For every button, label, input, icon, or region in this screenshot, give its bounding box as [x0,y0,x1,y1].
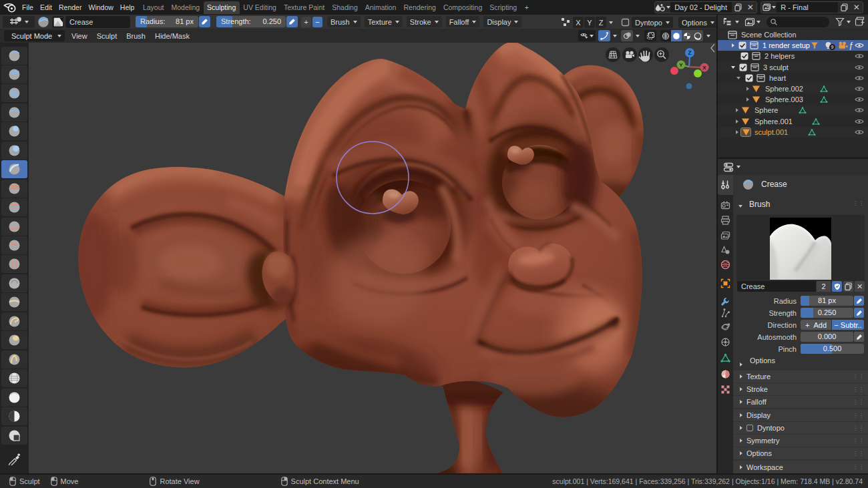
svg-text:X: X [702,65,706,71]
svg-text:Z: Z [688,49,691,56]
svg-text:Y: Y [679,62,683,68]
